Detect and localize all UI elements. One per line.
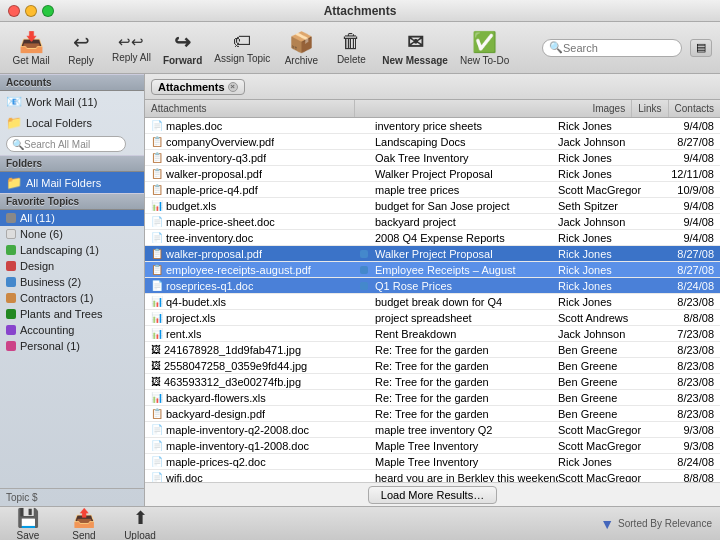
- reply-label: Reply: [68, 55, 94, 66]
- load-more-button[interactable]: Load More Results…: [368, 486, 497, 504]
- file-description: Rent Breakdown: [371, 328, 558, 340]
- topic-all[interactable]: All (11): [0, 210, 144, 226]
- sort-funnel-icon: ▼: [600, 516, 614, 532]
- topic-accounting[interactable]: Accounting: [0, 322, 144, 338]
- new-todo-button[interactable]: ✅ New To-Do: [456, 26, 513, 70]
- file-date: 8/24/08: [658, 280, 718, 292]
- file-row[interactable]: 📊 q4-budet.xls budget break down for Q4 …: [145, 294, 720, 310]
- file-sender: Jack Johnson: [558, 216, 658, 228]
- send-action[interactable]: 📤 Send: [64, 507, 104, 541]
- new-message-button[interactable]: ✉ New Message: [378, 26, 452, 70]
- attachments-header: Attachments ×: [145, 74, 720, 100]
- file-name-text: maple-price-q4.pdf: [166, 184, 258, 196]
- delete-button[interactable]: 🗑 Delete: [328, 26, 374, 70]
- file-row[interactable]: 📄 maple-prices-q2.doc Maple Tree Invento…: [145, 454, 720, 470]
- file-topic-indicator: [357, 266, 371, 274]
- file-description: maple tree prices: [371, 184, 558, 196]
- attachments-tab[interactable]: Attachments ×: [151, 79, 245, 95]
- search-all-mail-icon: 🔍: [12, 139, 24, 150]
- get-mail-button[interactable]: 📥 Get Mail: [8, 26, 54, 70]
- file-row[interactable]: 🖼 241678928_1dd9fab471.jpg Re: Tree for …: [145, 342, 720, 358]
- upload-action[interactable]: ⬆ Upload: [120, 507, 160, 541]
- file-row[interactable]: 📋 walker-proposal.pdf Walker Project Pro…: [145, 246, 720, 262]
- file-row[interactable]: 📄 wifi.doc heard you are in Berkley this…: [145, 470, 720, 482]
- reply-all-button[interactable]: ↩↩ Reply All: [108, 26, 155, 70]
- forward-button[interactable]: ↪ Forward: [159, 26, 206, 70]
- send-label: Send: [72, 530, 95, 541]
- sidebar-item-all-mail[interactable]: 📁 All Mail Folders: [0, 172, 144, 193]
- file-row[interactable]: 📄 roseprices-q1.doc Q1 Rose Prices Rick …: [145, 278, 720, 294]
- archive-button[interactable]: 📦 Archive: [278, 26, 324, 70]
- file-type-icon: 📊: [151, 392, 163, 403]
- file-row[interactable]: 📊 budget.xls budget for San Jose project…: [145, 198, 720, 214]
- file-row[interactable]: 📊 project.xls project spreadsheet Scott …: [145, 310, 720, 326]
- file-row[interactable]: 📄 maple-inventory-q2-2008.doc maple tree…: [145, 422, 720, 438]
- minimize-button[interactable]: [25, 5, 37, 17]
- maximize-button[interactable]: [42, 5, 54, 17]
- file-row[interactable]: 📋 walker-proposal.pdf Walker Project Pro…: [145, 166, 720, 182]
- assign-topic-button[interactable]: 🏷 Assign Topic: [210, 26, 274, 70]
- topic-contractors-label: Contractors (1): [20, 292, 93, 304]
- window-title: Attachments: [324, 4, 397, 18]
- upload-icon: ⬆: [133, 507, 148, 529]
- topic-none[interactable]: None (6): [0, 226, 144, 242]
- file-row[interactable]: 📋 backyard-design.pdf Re: Tree for the g…: [145, 406, 720, 422]
- search-all-mail-box[interactable]: 🔍 Search All Mail: [6, 136, 126, 152]
- forward-label: Forward: [163, 55, 202, 66]
- file-sender: Ben Greene: [558, 360, 658, 372]
- sidebar-search[interactable]: 🔍 Search All Mail: [0, 133, 144, 155]
- file-description: 2008 Q4 Expense Reports: [371, 232, 558, 244]
- close-button[interactable]: [8, 5, 20, 17]
- file-row[interactable]: 📊 rent.xls Rent Breakdown Jack Johnson 7…: [145, 326, 720, 342]
- search-box[interactable]: 🔍: [542, 39, 682, 57]
- reply-button[interactable]: ↩ Reply: [58, 26, 104, 70]
- topic-contractors[interactable]: Contractors (1): [0, 290, 144, 306]
- file-row[interactable]: 📄 maple-inventory-q1-2008.doc Maple Tree…: [145, 438, 720, 454]
- file-type-icon: 📄: [151, 216, 163, 227]
- file-row[interactable]: 🖼 2558047258_0359e9fd44.jpg Re: Tree for…: [145, 358, 720, 374]
- close-tab-button[interactable]: ×: [228, 82, 238, 92]
- topic-business[interactable]: Business (2): [0, 274, 144, 290]
- file-type-icon: 📄: [151, 424, 163, 435]
- file-name-text: q4-budet.xls: [166, 296, 226, 308]
- topic-design[interactable]: Design: [0, 258, 144, 274]
- topic-landscaping[interactable]: Landscaping (1): [0, 242, 144, 258]
- col-header-images[interactable]: Images: [586, 100, 632, 117]
- file-description: budget break down for Q4: [371, 296, 558, 308]
- file-row[interactable]: 🖼 463593312_d3e00274fb.jpg Re: Tree for …: [145, 374, 720, 390]
- topic-plants-trees[interactable]: Plants and Trees: [0, 306, 144, 322]
- sidebar-item-work-mail[interactable]: 📧 Work Mail (11): [0, 91, 144, 112]
- topic-all-label: All (11): [20, 212, 55, 224]
- sidebar-item-local-folders[interactable]: 📁 Local Folders: [0, 112, 144, 133]
- col-header-filename[interactable]: Attachments: [145, 100, 355, 117]
- file-row[interactable]: 📄 maples.doc inventory price sheets Rick…: [145, 118, 720, 134]
- send-icon: 📤: [73, 507, 95, 529]
- file-row[interactable]: 📋 maple-price-q4.pdf maple tree prices S…: [145, 182, 720, 198]
- file-type-icon: 🖼: [151, 344, 161, 355]
- reply-icon: ↩: [73, 30, 90, 54]
- file-row[interactable]: 📄 maple-price-sheet.doc backyard project…: [145, 214, 720, 230]
- topic-none-label: None (6): [20, 228, 63, 240]
- search-input[interactable]: [563, 42, 673, 54]
- save-action[interactable]: 💾 Save: [8, 507, 48, 541]
- file-name-text: employee-receipts-august.pdf: [166, 264, 311, 276]
- topics-list: All (11) None (6) Landscaping (1) Design…: [0, 210, 144, 488]
- file-name: 📄 wifi.doc: [147, 472, 357, 483]
- search-submit-button[interactable]: ▤: [690, 39, 712, 57]
- file-row[interactable]: 📋 oak-inventory-q3.pdf Oak Tree Inventor…: [145, 150, 720, 166]
- file-row[interactable]: 📊 backyard-flowers.xls Re: Tree for the …: [145, 390, 720, 406]
- file-name-text: maples.doc: [166, 120, 222, 132]
- file-sender: Rick Jones: [558, 280, 658, 292]
- topic-personal[interactable]: Personal (1): [0, 338, 144, 354]
- col-header-links[interactable]: Links: [632, 100, 668, 117]
- all-mail-label: All Mail Folders: [26, 177, 101, 189]
- file-row[interactable]: 📄 tree-inventory.doc 2008 Q4 Expense Rep…: [145, 230, 720, 246]
- new-todo-label: New To-Do: [460, 55, 509, 66]
- col-header-contacts[interactable]: Contacts: [669, 100, 720, 117]
- file-row[interactable]: 📋 companyOverview.pdf Landscaping Docs J…: [145, 134, 720, 150]
- file-date: 8/24/08: [658, 456, 718, 468]
- file-list[interactable]: 📄 maples.doc inventory price sheets Rick…: [145, 118, 720, 482]
- file-description: backyard project: [371, 216, 558, 228]
- file-sender: Jack Johnson: [558, 328, 658, 340]
- file-row[interactable]: 📋 employee-receipts-august.pdf Employee …: [145, 262, 720, 278]
